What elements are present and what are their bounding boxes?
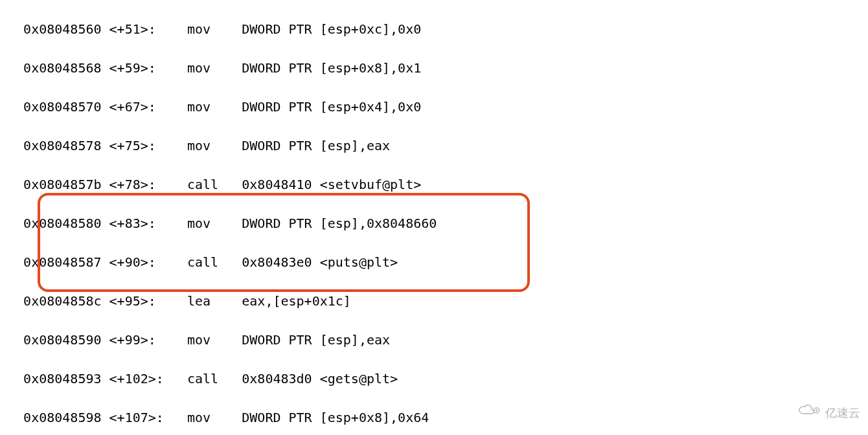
watermark: 亿速云 xyxy=(795,404,860,422)
asm-line: 0x0804858c <+95>: lea eax,[esp+0x1c] xyxy=(0,291,868,311)
terminal-output: 0x08048560 <+51>: mov DWORD PTR [esp+0xc… xyxy=(0,0,868,435)
cloud-icon xyxy=(795,404,821,422)
asm-line: 0x08048593 <+102>: call 0x80483d0 <gets@… xyxy=(0,369,868,388)
asm-line: 0x08048590 <+99>: mov DWORD PTR [esp],ea… xyxy=(0,330,868,350)
asm-line: 0x08048587 <+90>: call 0x80483e0 <puts@p… xyxy=(0,252,868,272)
asm-line: 0x08048580 <+83>: mov DWORD PTR [esp],0x… xyxy=(0,214,868,233)
asm-line: 0x08048598 <+107>: mov DWORD PTR [esp+0x… xyxy=(0,408,868,427)
asm-line: 0x0804857b <+78>: call 0x8048410 <setvbu… xyxy=(0,175,868,194)
asm-line: 0x08048570 <+67>: mov DWORD PTR [esp+0x4… xyxy=(0,97,868,117)
asm-line: 0x08048578 <+75>: mov DWORD PTR [esp],ea… xyxy=(0,136,868,155)
asm-line: 0x08048560 <+51>: mov DWORD PTR [esp+0xc… xyxy=(0,19,868,39)
asm-line: 0x08048568 <+59>: mov DWORD PTR [esp+0x8… xyxy=(0,58,868,78)
watermark-text: 亿速云 xyxy=(825,405,860,422)
